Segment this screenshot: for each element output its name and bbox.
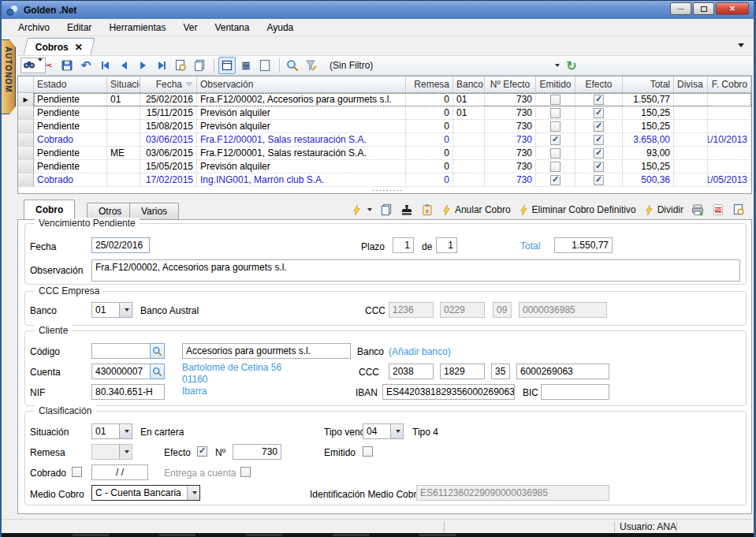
cell-divisa[interactable] — [674, 160, 708, 173]
cell-observacion[interactable]: Ing.ING001, Marrón club S.A. — [197, 173, 406, 187]
prev-record-button[interactable] — [115, 57, 132, 74]
emitido-grid-checkbox[interactable] — [550, 148, 560, 158]
cell-fecha[interactable]: 17/02/2015 — [140, 173, 197, 187]
eliminar-cobro-button[interactable]: Eliminar Cobro Definitivo — [517, 203, 638, 216]
column-estado[interactable]: Estado — [34, 76, 107, 92]
emitido-grid-checkbox[interactable] — [550, 135, 560, 145]
row-selector[interactable] — [18, 173, 34, 187]
filter-button[interactable] — [303, 57, 320, 74]
cell-f-cobro[interactable] — [708, 160, 751, 173]
nif-field[interactable]: 80.340.651-H — [91, 384, 165, 400]
efecto-grid-checkbox[interactable] — [594, 135, 604, 145]
copy-button[interactable] — [191, 57, 208, 74]
minimize-button[interactable]: — — [670, 2, 691, 15]
refresh-button[interactable]: ↻ — [563, 57, 580, 74]
menu-ver[interactable]: Ver — [174, 20, 206, 35]
cell-estado[interactable]: Pendiente — [34, 93, 107, 106]
cell-f-cobro[interactable]: 31/05/2013 — [708, 173, 751, 187]
table-row[interactable]: Pendiente 15/11/2015 Previsón alquiler 0… — [18, 106, 751, 120]
fecha-cobro-field[interactable]: / / — [91, 464, 148, 480]
cell-total[interactable]: 150,25 — [623, 120, 674, 133]
total-label[interactable]: Total — [520, 241, 540, 252]
form-view-button[interactable] — [218, 57, 236, 74]
row-selector[interactable] — [18, 160, 34, 173]
cobrado-checkbox[interactable] — [72, 467, 82, 477]
cell-n-efecto[interactable]: 730 — [485, 133, 536, 147]
ccc-cliente-4-field[interactable]: 6000269063 — [516, 364, 609, 379]
cell-f-cobro[interactable]: 31/10/2013 — [708, 133, 751, 147]
cell-estado[interactable]: Pendiente — [34, 120, 107, 133]
tipo-venc-dropdown[interactable]: 04 — [363, 423, 404, 439]
emitido-checkbox[interactable] — [363, 446, 373, 457]
menu-editar[interactable]: Editar — [58, 20, 100, 35]
detail-execute-button[interactable] — [350, 204, 374, 216]
cuenta-search-button[interactable] — [150, 364, 165, 379]
cell-banco[interactable] — [453, 120, 485, 133]
cell-divisa[interactable] — [674, 120, 708, 133]
observacion-field[interactable]: Fra.F12/00002, Accesorios para gourmets … — [91, 259, 740, 282]
cell-banco[interactable] — [453, 173, 485, 187]
cell-observacion[interactable]: Previsón alquiler — [197, 120, 406, 133]
emitido-grid-checkbox[interactable] — [550, 175, 560, 185]
column-observacion[interactable]: Observación — [197, 76, 406, 92]
column-emitido[interactable]: Emitido — [536, 76, 575, 92]
cell-situacion[interactable] — [107, 106, 140, 120]
cell-situacion[interactable] — [107, 133, 140, 147]
situacion-dropdown[interactable]: 01 — [91, 423, 132, 439]
row-selector[interactable] — [18, 93, 34, 106]
search-records-button[interactable] — [20, 58, 46, 73]
table-row[interactable]: Cobrado 17/02/2015 Ing.ING001, Marrón cl… — [18, 173, 751, 187]
emitido-grid-checkbox[interactable] — [550, 121, 560, 132]
menu-archivo[interactable]: Archivo — [9, 20, 58, 35]
plazo-field[interactable]: 1 — [393, 237, 414, 253]
save-button[interactable] — [58, 57, 76, 74]
ccc-cliente-1-field[interactable]: 2038 — [389, 364, 434, 379]
cell-remesa[interactable]: 0 — [406, 173, 453, 187]
plazo-total-field[interactable]: 1 — [436, 237, 457, 253]
cell-situacion[interactable] — [107, 173, 140, 187]
last-record-button[interactable] — [153, 57, 170, 74]
menu-ventana[interactable]: Ventana — [206, 20, 258, 35]
iban-field[interactable]: ES4420381829356000269063 — [382, 384, 515, 400]
tab-close-icon[interactable]: ✕ — [75, 42, 83, 53]
efecto-grid-checkbox[interactable] — [594, 108, 604, 118]
column-situacion[interactable]: Situación — [107, 76, 140, 92]
filter-combo[interactable]: (Sin Filtro) — [326, 58, 563, 73]
table-row[interactable]: Pendiente 15/08/2015 Previsón alquiler 0… — [18, 120, 751, 133]
detail-copy-button[interactable] — [378, 203, 394, 217]
zoom-button[interactable] — [284, 57, 301, 74]
cell-observacion[interactable]: Fra.F12/00001, Salas restauración S.A. — [197, 133, 406, 147]
cell-divisa[interactable] — [674, 133, 708, 147]
total-field[interactable]: 1.550,77 — [554, 237, 613, 253]
cell-estado[interactable]: Cobrado — [34, 173, 107, 187]
cell-total[interactable]: 150,25 — [623, 160, 674, 173]
column-efecto[interactable]: Efecto — [575, 76, 623, 92]
cell-situacion[interactable]: 01 — [107, 93, 140, 106]
cell-n-efecto[interactable]: 730 — [485, 173, 536, 187]
bic-field[interactable] — [541, 384, 609, 400]
anular-cobro-button[interactable]: Anular Cobro — [440, 203, 512, 216]
detail-clipboard-button[interactable] — [419, 203, 435, 217]
cell-observacion[interactable]: Fra.F12/00002, Accesorios para gourmets … — [197, 93, 406, 106]
list-view-button[interactable]: ≣ — [237, 57, 255, 74]
table-row[interactable]: Pendiente 15/05/2015 Previsón alquiler 0… — [18, 160, 751, 173]
cell-estado[interactable]: Cobrado — [34, 133, 107, 147]
menu-ayuda[interactable]: Ayuda — [258, 20, 302, 35]
pdf-button[interactable] — [710, 203, 726, 217]
cell-fecha[interactable]: 03/06/2015 — [140, 133, 197, 147]
column-remesa[interactable]: Remesa — [406, 76, 453, 92]
column-fecha[interactable]: Fecha — [140, 76, 197, 92]
ccc-cliente-2-field[interactable]: 1829 — [440, 364, 485, 379]
detail-preview-button[interactable] — [731, 203, 747, 217]
cell-fecha[interactable]: 15/08/2015 — [140, 120, 197, 133]
undo-button[interactable]: ↶ — [77, 57, 95, 74]
side-tab-autonom[interactable]: AUTONOM — [2, 39, 16, 114]
column-f-cobro[interactable]: F. Cobro — [708, 76, 751, 92]
tab-list-dropdown-icon[interactable] — [738, 43, 744, 47]
cell-fecha[interactable]: 25/02/2016 — [140, 93, 197, 106]
efecto-grid-checkbox[interactable] — [594, 162, 604, 172]
row-selector[interactable] — [18, 120, 34, 133]
cell-banco[interactable]: 01 — [453, 93, 485, 106]
codigo-search-button[interactable] — [150, 343, 165, 359]
column-n-efecto[interactable]: Nº Efecto — [485, 76, 536, 92]
